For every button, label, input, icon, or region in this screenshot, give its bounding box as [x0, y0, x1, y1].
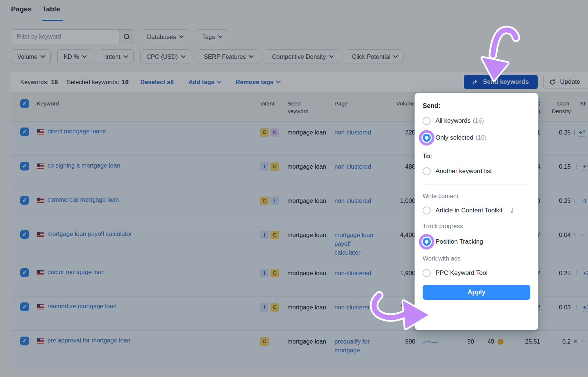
page-link[interactable]: non-clustered: [334, 129, 371, 136]
keyword-link[interactable]: co signing a mortgage loan: [47, 161, 120, 170]
send-keywords-popup: Send: All keywords (16) Only selected (1…: [415, 93, 538, 330]
keyword-link[interactable]: commercial mortgage loan: [47, 195, 119, 204]
kd-filter[interactable]: KD %: [57, 49, 92, 64]
more-serp-features-link[interactable]: +1: [580, 197, 587, 205]
radio-selected-icon[interactable]: [423, 238, 431, 246]
more-serp-features-link[interactable]: +3: [583, 303, 588, 312]
us-flag-icon: [37, 129, 44, 134]
row-checkbox[interactable]: ✓: [20, 268, 29, 277]
option-all-keywords[interactable]: All keywords (16): [423, 117, 530, 125]
tab-table[interactable]: Table: [42, 5, 60, 13]
chevron-down-icon: [181, 53, 186, 58]
serp-feature-icons: ▯ ≡: [574, 231, 585, 239]
intent-filter[interactable]: Intent: [99, 49, 133, 64]
trend-sparkline: [420, 339, 438, 345]
row-checkbox[interactable]: ✓: [20, 337, 29, 345]
intent-badge-commercial: C: [260, 337, 269, 346]
select-all-checkbox[interactable]: ✓: [20, 99, 29, 108]
option-only-selected[interactable]: Only selected (16): [423, 130, 530, 145]
work-with-ads-section-label: Work with ads: [423, 255, 530, 262]
click-potential-filter[interactable]: Click Potential: [346, 49, 404, 64]
serp-features-filter[interactable]: SERP Features: [198, 49, 259, 64]
row-checkbox[interactable]: ✓: [20, 128, 29, 136]
option-ppc-keyword-tool[interactable]: PPC Keyword Tool: [423, 269, 530, 277]
col-header-volume[interactable]: Volume: [375, 92, 415, 121]
chevron-down-icon: [179, 33, 184, 38]
col-header-keyword[interactable]: Keyword: [34, 92, 257, 121]
option-article-content-toolkit[interactable]: Article in Content Toolkit i: [423, 207, 530, 215]
kd-difficulty-dot: [498, 339, 503, 345]
keyword-filter: [11, 29, 134, 44]
refresh-icon: [549, 79, 556, 85]
filter-row-advanced: Volume KD % Intent CPC (USD) SERP Featur…: [11, 49, 404, 64]
keyword-link[interactable]: doctor mortgage loan: [47, 268, 105, 277]
row-checkbox[interactable]: ✓: [20, 196, 29, 205]
tags-dropdown[interactable]: Tags: [196, 29, 228, 44]
row-checkbox[interactable]: ✓: [20, 302, 29, 311]
volume-cell: 1,000: [375, 190, 415, 224]
cpc-cell: 25.51: [504, 331, 540, 369]
remove-tags-dropdown[interactable]: Remove tags: [236, 79, 280, 86]
radio-unselected-icon[interactable]: [423, 207, 431, 215]
us-flag-icon: [37, 198, 44, 203]
com-density-cell: 0.2: [540, 331, 572, 369]
more-serp-features-link[interactable]: +2: [583, 269, 588, 277]
keyword-link[interactable]: mortgage loan payoff calculator: [47, 230, 132, 238]
serp-feature-icons: ⋮: [574, 303, 580, 311]
option-position-tracking[interactable]: Position Tracking: [423, 234, 530, 249]
keyword-link[interactable]: direct mortgage loans: [47, 127, 106, 136]
search-button[interactable]: [119, 30, 134, 44]
intent-badge-informational: I: [260, 162, 269, 171]
tab-pages[interactable]: Pages: [11, 5, 32, 13]
page-link[interactable]: non-clustered: [334, 304, 371, 310]
serp-feature-icons: ▯: [574, 197, 578, 205]
page-link[interactable]: non-clustered: [334, 163, 371, 170]
more-serp-features-link[interactable]: +2: [579, 128, 585, 137]
radio-unselected-icon[interactable]: [423, 167, 431, 175]
row-checkbox[interactable]: ✓: [20, 230, 29, 239]
keyword-link[interactable]: pre approval for mortgage loan: [47, 336, 130, 345]
more-serp-features-link[interactable]: +1: [583, 162, 588, 171]
add-tags-label: Add tags: [189, 79, 215, 86]
update-button[interactable]: Update: [543, 75, 588, 89]
col-header-seed-keyword[interactable]: Seed keyword: [283, 92, 331, 121]
com-density-cell: 0.25: [540, 262, 572, 296]
radio-selected-icon[interactable]: [423, 134, 431, 142]
keyword-filter-input[interactable]: [11, 30, 119, 44]
serp-features-filter-label: SERP Features: [204, 53, 246, 60]
keyword-link[interactable]: reamortize mortgage loan: [47, 302, 116, 311]
send-arrow-icon: [473, 79, 479, 85]
col-header-sf[interactable]: SF: [572, 92, 588, 121]
seed-keyword-cell: mortgage loan: [283, 297, 331, 330]
col-header-intent[interactable]: Intent: [257, 92, 283, 121]
page-link[interactable]: mortgage loan payoff calculator: [334, 231, 373, 256]
send-keywords-button[interactable]: Send keywords: [464, 75, 538, 89]
kd-filter-label: KD %: [64, 53, 79, 60]
add-tags-dropdown[interactable]: Add tags: [189, 79, 221, 86]
selected-keywords-label: Selected keywords:: [67, 79, 119, 86]
col-header-com-density[interactable]: Com. Density: [540, 92, 572, 121]
keywords-count-label: Keywords:: [20, 79, 49, 86]
intent-badge-informational: I: [270, 197, 279, 205]
intent-badge-navigational: N: [270, 128, 279, 137]
serp-feature-icons: ⋮: [574, 269, 580, 277]
cpc-filter[interactable]: CPC (USD): [140, 49, 191, 64]
chevron-down-icon: [394, 53, 398, 58]
page-link[interactable]: prequalify for mortgage...: [334, 338, 369, 353]
volume-filter[interactable]: Volume: [11, 49, 51, 64]
option-another-keyword-list[interactable]: Another keyword list: [423, 167, 530, 175]
databases-dropdown[interactable]: Databases: [141, 29, 189, 44]
competitive-density-filter[interactable]: Competitive Density: [266, 49, 339, 64]
radio-unselected-icon[interactable]: [423, 117, 431, 125]
volume-cell: 590: [375, 331, 415, 369]
seed-keyword-cell: mortgage loan: [283, 331, 331, 369]
apply-button[interactable]: Apply: [423, 285, 530, 300]
page-link[interactable]: non-clustered: [334, 270, 371, 276]
deselect-all-button[interactable]: Deselect all: [140, 79, 174, 86]
radio-unselected-icon[interactable]: [423, 269, 431, 277]
info-icon[interactable]: i: [510, 207, 513, 214]
row-checkbox[interactable]: ✓: [20, 162, 29, 170]
page-link[interactable]: non-clustered: [334, 197, 371, 204]
col-header-page[interactable]: Page: [331, 92, 375, 121]
intent-badge-informational: I: [260, 269, 269, 277]
